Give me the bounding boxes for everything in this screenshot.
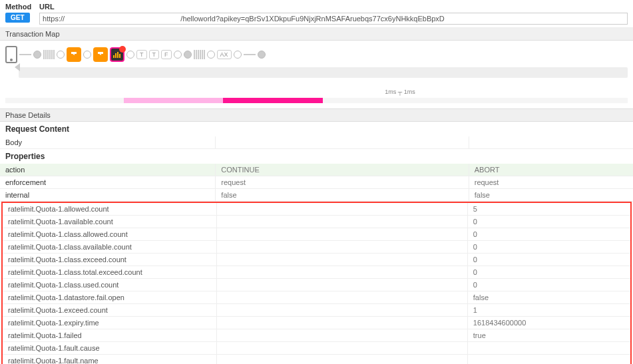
- property-row: ratelimit.Quota-1.class.used.count0: [3, 279, 630, 291]
- prop-val-request: [216, 355, 467, 364]
- property-row: actionCONTINUEABORT: [0, 164, 633, 176]
- prop-val-request: [216, 342, 467, 354]
- method-badge: GET: [5, 13, 30, 23]
- prop-key: enforcement: [0, 176, 215, 188]
- svg-rect-0: [113, 55, 114, 58]
- prop-val-response: 0: [467, 254, 630, 266]
- property-row: ratelimit.Quota-1.failedtrue: [3, 329, 630, 342]
- prop-val-response: 0: [467, 279, 630, 291]
- prop-key: ratelimit.Quota-1.datastore.fail.open: [3, 291, 216, 303]
- properties-header: Properties: [0, 149, 633, 164]
- timeline-segment: [5, 98, 124, 103]
- flow-node[interactable]: [207, 51, 215, 59]
- flow-bars-icon: [43, 50, 55, 59]
- prop-val-response: true: [467, 329, 630, 341]
- property-row: ratelimit.Quota-1.allowed.count5: [3, 203, 630, 216]
- request-content-header: Request Content: [0, 122, 633, 136]
- timeline: 1ms ┬ 1ms: [0, 83, 633, 108]
- property-row: internalfalsefalse: [0, 189, 633, 202]
- property-row: ratelimit.Quota-1.datastore.fail.openfal…: [3, 291, 630, 304]
- prop-val-response: 5: [467, 203, 630, 215]
- prop-val-request: [216, 279, 467, 291]
- prop-val-request: [216, 241, 467, 253]
- prop-val-request: [216, 203, 467, 215]
- body-label: Body: [0, 136, 215, 148]
- prop-val-response: 1618434600000: [467, 317, 630, 329]
- method-label: Method: [5, 3, 31, 11]
- return-flow-arrow: [19, 67, 628, 78]
- property-row: ratelimit.Quota-1.fault.cause: [3, 342, 630, 355]
- transaction-map-title: Transaction Map: [0, 28, 633, 41]
- prop-val-request: [216, 254, 467, 266]
- highlighted-properties: ratelimit.Quota-1.allowed.count5ratelimi…: [1, 202, 632, 364]
- prop-key: ratelimit.Quota-1.class.total.exceed.cou…: [3, 266, 216, 278]
- prop-val-response: 0: [467, 266, 630, 278]
- prop-val-request: [216, 266, 467, 278]
- prop-val-request: false: [215, 189, 468, 201]
- prop-val-request: [216, 216, 467, 228]
- timeline-segment: [323, 98, 628, 103]
- timeline-label: 1ms ┬ 1ms: [385, 89, 415, 95]
- prop-key: action: [0, 164, 215, 176]
- property-row: ratelimit.Quota-1.available.count0: [3, 216, 630, 228]
- prop-val-response: false: [469, 189, 633, 201]
- prop-key: ratelimit.Quota-1.expiry.time: [3, 317, 216, 329]
- prop-val-response: 0: [467, 241, 630, 253]
- prop-key: ratelimit.Quota-1.failed: [3, 329, 216, 341]
- flow-bars-icon: [194, 50, 205, 59]
- prop-key: ratelimit.Quota-1.allowed.count: [3, 203, 216, 215]
- flow-node[interactable]: [126, 51, 134, 59]
- prop-key: ratelimit.Quota-1.fault.name: [3, 355, 216, 364]
- flow-node[interactable]: [234, 51, 242, 59]
- prop-val-response: request: [469, 176, 633, 188]
- quota-policy-icon-selected[interactable]: [110, 47, 124, 62]
- property-row: ratelimit.Quota-1.fault.name: [3, 355, 630, 364]
- prop-key: ratelimit.Quota-1.class.available.count: [3, 241, 216, 253]
- flow-node[interactable]: [33, 51, 41, 59]
- client-device-icon: [5, 46, 17, 63]
- property-row: ratelimit.Quota-1.expiry.time16184346000…: [3, 317, 630, 329]
- flow-node[interactable]: [83, 51, 91, 59]
- url-input[interactable]: [39, 13, 628, 25]
- prop-val-request: [216, 228, 467, 240]
- prop-val-request: [216, 304, 467, 316]
- flow-node[interactable]: [184, 51, 192, 59]
- prop-key: ratelimit.Quota-1.available.count: [3, 216, 216, 228]
- prop-val-request: [216, 329, 467, 341]
- prop-val-response: [467, 342, 630, 354]
- prop-key: ratelimit.Quota-1.class.allowed.count: [3, 228, 216, 240]
- flow-pill[interactable]: F: [161, 50, 172, 59]
- svg-rect-3: [119, 54, 120, 58]
- prop-val-response: 0: [467, 216, 630, 228]
- property-row: ratelimit.Quota-1.class.available.count0: [3, 241, 630, 254]
- policy-icon[interactable]: [93, 47, 108, 62]
- property-row: ratelimit.Quota-1.class.total.exceed.cou…: [3, 266, 630, 279]
- flow-pill-ax[interactable]: AX: [217, 50, 232, 59]
- property-row: enforcementrequestrequest: [0, 176, 633, 189]
- body-row: Body: [0, 136, 633, 149]
- prop-val-response: ABORT: [469, 164, 633, 176]
- timeline-segment: [124, 98, 224, 103]
- request-header: Method GET URL: [0, 0, 633, 28]
- flow-node[interactable]: [258, 51, 266, 59]
- timeline-segment: [223, 98, 323, 103]
- prop-val-request: [216, 291, 467, 303]
- prop-val-response: false: [467, 291, 630, 303]
- flow-node[interactable]: [57, 51, 65, 59]
- prop-key: ratelimit.Quota-1.class.exceed.count: [3, 254, 216, 266]
- svg-rect-1: [115, 53, 116, 58]
- property-row: ratelimit.Quota-1.class.exceed.count0: [3, 254, 630, 266]
- svg-rect-2: [117, 52, 118, 58]
- prop-val-request: [216, 317, 467, 329]
- prop-key: ratelimit.Quota-1.exceed.count: [3, 304, 216, 316]
- policy-icon[interactable]: [67, 47, 81, 62]
- flow-pill[interactable]: T: [149, 50, 160, 59]
- url-label: URL: [39, 3, 628, 11]
- transaction-map: T T F AX: [0, 41, 633, 83]
- timeline-track[interactable]: [5, 98, 628, 103]
- prop-val-response: 0: [467, 228, 630, 240]
- prop-key: internal: [0, 189, 215, 201]
- property-row: ratelimit.Quota-1.class.allowed.count0: [3, 228, 630, 241]
- flow-node[interactable]: [174, 51, 182, 59]
- flow-pill[interactable]: T: [136, 50, 147, 59]
